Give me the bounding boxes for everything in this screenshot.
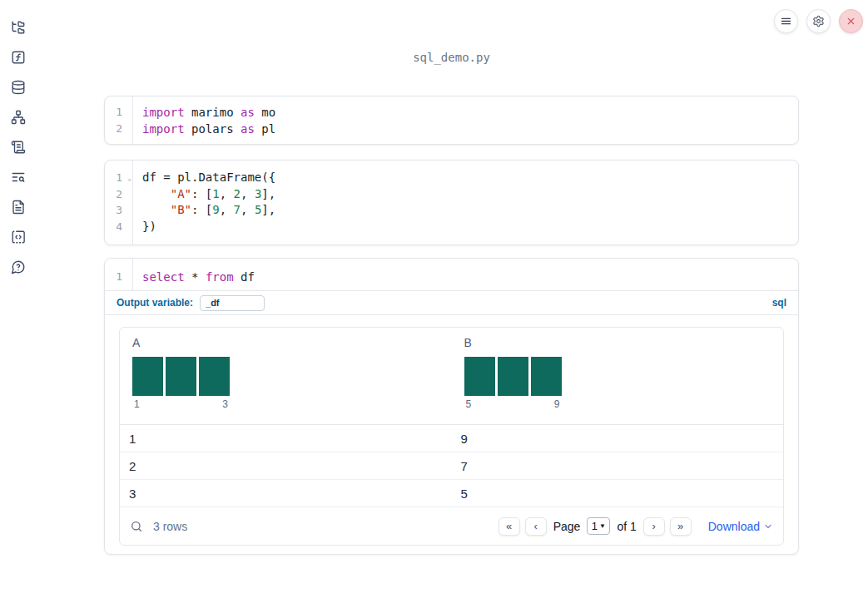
code-line[interactable]: import marimo as mo: [142, 104, 798, 121]
code-editor[interactable]: 12 import marimo as moimport polars as p…: [105, 96, 798, 144]
download-label: Download: [708, 520, 760, 533]
sql-meta-row: Output variable: sql: [105, 291, 798, 315]
code-token: select: [142, 270, 185, 284]
cell-imports: 12 import marimo as moimport polars as p…: [104, 96, 799, 145]
code-token: ],: [261, 187, 275, 200]
histogram-axis-labels: 1 3: [132, 398, 230, 410]
gutter: 1: [105, 259, 133, 290]
notebook-filename: sql_demo.py: [104, 51, 799, 64]
code-token: import: [142, 106, 185, 119]
help-question-icon[interactable]: [11, 259, 26, 274]
cell-value: 9: [452, 432, 784, 446]
cell-value: 5: [452, 487, 784, 501]
code-token: ,: [220, 187, 234, 200]
code-editor[interactable]: 1⌄234 df = pl.DataFrame({ "A": [1, 2, 3]…: [105, 161, 798, 245]
sidebar: [0, 0, 37, 593]
prev-page-button[interactable]: ‹: [525, 517, 547, 536]
output-variable-input[interactable]: [200, 295, 265, 311]
table-row[interactable]: 1 9: [120, 425, 783, 452]
close-x-icon[interactable]: [839, 9, 863, 33]
table-row[interactable]: 2 7: [120, 452, 783, 480]
code-line[interactable]: }): [142, 219, 798, 235]
last-page-button[interactable]: »: [670, 517, 692, 536]
code-token: : [: [191, 203, 212, 216]
column-header-b[interactable]: B 5 9: [452, 328, 784, 424]
snippets-code-icon[interactable]: [11, 230, 26, 245]
search-icon[interactable]: [130, 520, 143, 533]
code-line[interactable]: "B": [9, 7, 5],: [142, 202, 798, 219]
histogram-axis-labels: 5 9: [464, 398, 562, 410]
file-tree-icon[interactable]: [11, 20, 26, 35]
code-token: 2: [234, 187, 241, 200]
hamburger-menu-icon[interactable]: [774, 9, 798, 33]
table-header: A 1 3 B: [120, 328, 783, 425]
next-page-button[interactable]: ›: [643, 517, 665, 536]
line-number: 3: [105, 202, 132, 219]
histogram-bar: [132, 357, 163, 396]
top-controls: [774, 9, 863, 33]
line-number: 1⌄: [105, 170, 132, 186]
code-token: 1: [212, 187, 219, 200]
settings-gear-icon[interactable]: [806, 9, 831, 33]
documentation-icon[interactable]: [11, 200, 26, 215]
code-token: import: [142, 122, 185, 136]
hist-max-label: 9: [554, 398, 560, 410]
histogram-bar: [199, 357, 230, 396]
code-token: }): [142, 220, 156, 233]
of-pages-label: of 1: [617, 520, 636, 533]
code-col[interactable]: import marimo as moimport polars as pl: [133, 96, 798, 144]
code-token: df: [234, 270, 255, 284]
row-count: 3 rows: [153, 520, 187, 533]
histogram-bar: [531, 357, 562, 396]
code-token: 9: [212, 203, 219, 216]
table-footer: 3 rows « ‹ Page 1 ▼ of 1 › » Download: [120, 507, 783, 545]
code-token: ],: [261, 203, 275, 216]
code-token: [142, 203, 171, 216]
cell-output: A 1 3 B: [105, 315, 798, 556]
scratchpad-scroll-icon[interactable]: [11, 140, 26, 155]
code-col[interactable]: select * from df: [133, 259, 798, 290]
output-variable-label: Output variable:: [117, 297, 193, 309]
hist-min-label: 5: [466, 398, 472, 410]
code-col[interactable]: df = pl.DataFrame({ "A": [1, 2, 3], "B":…: [133, 161, 798, 245]
dependency-graph-icon[interactable]: [11, 110, 26, 125]
chevron-down-icon: [763, 521, 773, 531]
code-token: ,: [220, 203, 234, 216]
function-icon[interactable]: [11, 50, 26, 65]
chevron-down-icon: ▼: [599, 522, 606, 530]
download-button[interactable]: Download: [708, 520, 773, 533]
code-token: from: [206, 270, 234, 284]
code-token: marimo: [185, 106, 241, 119]
column-header-a[interactable]: A 1 3: [120, 328, 452, 424]
page-select-value: 1: [592, 520, 598, 532]
code-editor[interactable]: 1 select * from df: [105, 259, 798, 291]
code-token: "B": [171, 203, 191, 216]
first-page-button[interactable]: «: [498, 517, 520, 536]
table-of-contents-search-icon[interactable]: [11, 170, 26, 185]
histogram-bar: [464, 357, 495, 396]
code-token: pl: [255, 122, 275, 136]
database-icon[interactable]: [11, 80, 26, 95]
code-line[interactable]: "A": [1, 2, 3],: [142, 186, 798, 203]
code-token: [142, 187, 171, 200]
code-line[interactable]: import polars as pl: [142, 121, 798, 137]
gutter: 1⌄234: [105, 161, 133, 245]
code-line[interactable]: df = pl.DataFrame({: [142, 170, 798, 186]
cell-value: 7: [452, 459, 784, 473]
code-token: ,: [241, 203, 255, 216]
code-token: df = pl.DataFrame({: [142, 170, 275, 184]
gutter: 12: [105, 96, 133, 144]
line-number: 2: [105, 121, 132, 137]
line-number: 2: [105, 186, 132, 203]
table-row[interactable]: 3 5: [120, 480, 783, 507]
fold-chevron-icon[interactable]: ⌄: [127, 170, 131, 187]
code-line[interactable]: select * from df: [142, 269, 798, 285]
cell-value: 2: [120, 459, 452, 473]
page-select[interactable]: 1 ▼: [587, 517, 610, 535]
language-badge[interactable]: sql: [772, 297, 786, 309]
line-number: 4: [105, 219, 132, 235]
cell-value: 3: [120, 487, 452, 501]
histogram-b: [464, 357, 562, 396]
line-number: 1: [105, 104, 132, 121]
code-token: *: [185, 270, 206, 284]
